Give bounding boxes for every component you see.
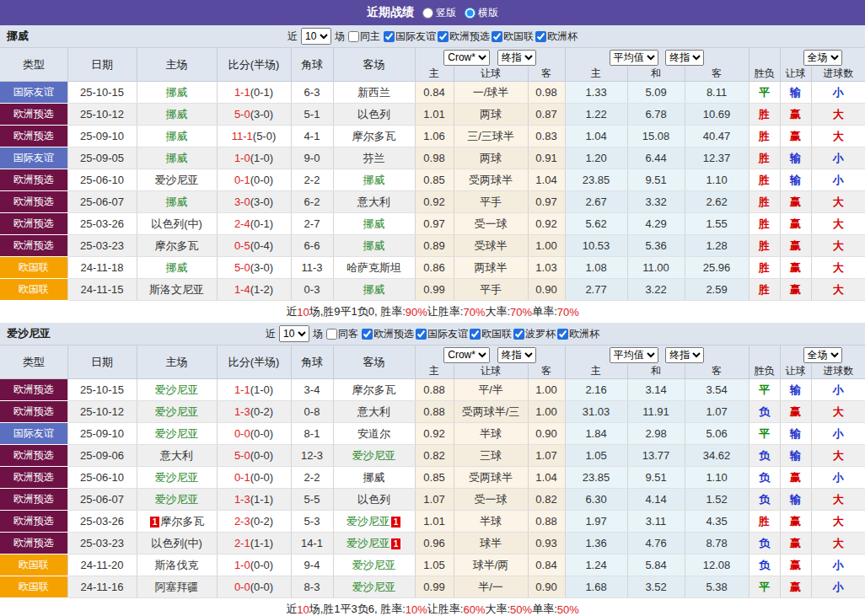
match-row: 欧国联24-11-20斯洛伐克1-0(0-0)9-4爱沙尼亚1.05球半/两0.…	[0, 554, 865, 576]
avg-home: 2.67	[585, 196, 606, 208]
competition-checkbox[interactable]	[535, 31, 546, 42]
competition-filter[interactable]: 国际友谊	[416, 327, 468, 341]
goals-result-cell: 大	[811, 489, 865, 511]
match-row: 欧洲预选25-03-23以色列(中)2-1(1-1)14-1爱沙尼亚10.96球…	[0, 533, 865, 554]
summary-segment: 近	[286, 602, 297, 616]
avg-away-cell: 12.37	[685, 147, 749, 169]
competition-checkbox[interactable]	[362, 329, 373, 340]
handicap: 平/半	[478, 383, 503, 396]
full-match-select[interactable]: 全场	[803, 50, 842, 66]
full-match-select[interactable]: 全场	[803, 347, 842, 363]
corner-cell: 6-6	[291, 235, 333, 257]
match-count-select[interactable]: 10	[279, 325, 309, 342]
competition-filter[interactable]: 欧国联	[470, 327, 512, 341]
avg-away-cell: 12.08	[685, 554, 749, 576]
odds-away-cell: 1.04	[528, 169, 565, 191]
match-type-badge: 欧洲预选	[0, 235, 67, 257]
col-corner: 角球	[291, 345, 333, 379]
final-odds-select-2[interactable]: 终指	[665, 347, 704, 363]
odds-home-cell: 1.05	[415, 554, 454, 576]
same-venue-checkbox[interactable]	[326, 329, 337, 340]
handicap: 两球半	[475, 261, 508, 274]
match-type-badge: 欧洲预选	[0, 511, 67, 533]
competition-checkbox[interactable]	[438, 31, 449, 42]
competition-checkbox[interactable]	[557, 329, 568, 340]
match-date-cell: 24-11-20	[67, 554, 137, 576]
bookmaker-select[interactable]: Crow*	[443, 50, 490, 66]
handicap-cell: 受两球半	[454, 169, 528, 191]
home-team-cell: 爱沙尼亚	[137, 489, 217, 511]
competition-checkbox[interactable]	[470, 329, 481, 340]
score-cell: 5-0(0-0)	[217, 445, 291, 467]
away-team-name: 挪威	[363, 174, 385, 186]
match-date-cell: 25-10-12	[67, 104, 137, 126]
match-date-cell: 25-10-15	[67, 379, 137, 401]
final-odds-select-2[interactable]: 终指	[665, 50, 704, 66]
competition-label: 欧洲预选	[449, 29, 490, 44]
avg-home: 1.97	[585, 515, 606, 528]
odds-away: 1.00	[535, 383, 556, 396]
match-count-select[interactable]: 10	[301, 28, 331, 45]
odds-away: 1.00	[535, 405, 556, 418]
competition-filter[interactable]: 欧洲预选	[438, 29, 490, 44]
final-odds-select-1[interactable]: 终指	[497, 347, 536, 363]
avg-home-cell: 1.84	[565, 423, 627, 445]
competition-filter[interactable]: 欧洲杯	[535, 29, 578, 44]
avg-draw: 3.14	[645, 383, 666, 396]
match-type-label: 欧洲预选	[13, 174, 54, 185]
corner-cell: 5-5	[291, 489, 333, 511]
average-select[interactable]: 平均值	[610, 347, 658, 363]
horizontal-layout-radio[interactable]	[465, 8, 475, 19]
bookmaker-select[interactable]: Crow*	[443, 347, 490, 363]
col-date: 日期	[67, 48, 137, 82]
competition-filter[interactable]: 波罗杯	[513, 327, 556, 341]
vertical-layout-radio[interactable]	[422, 8, 433, 19]
results-table-norway: 类型 日期 主场 比分(半场) 角球 客场 Crow* 终指 平均值 终指	[0, 48, 865, 301]
odds-away: 0.90	[535, 283, 556, 296]
match-type-badge: 欧国联	[0, 257, 67, 279]
layout-option-horizontal[interactable]: 横版	[465, 6, 498, 20]
competition-filter[interactable]: 欧洲预选	[362, 327, 414, 341]
competition-checkbox[interactable]	[492, 31, 502, 42]
odds-away: 0.84	[535, 559, 556, 571]
score-cell: 3-0(3-0)	[217, 191, 291, 213]
corner-cell: 9-0	[291, 147, 333, 169]
col-handicap-result: 让球	[780, 364, 811, 379]
home-team-cell: 以色列(中)	[137, 213, 217, 235]
handicap: 受两球半/三	[462, 405, 520, 418]
competition-checkbox[interactable]	[416, 329, 427, 340]
avg-away-cell: 1.55	[685, 213, 749, 235]
competition-filter[interactable]: 国际友谊	[384, 29, 436, 44]
competition-filter[interactable]: 欧洲杯	[557, 327, 599, 341]
col-handicap: 让球	[454, 364, 528, 379]
score-cell: 2-3(0-2)	[217, 511, 291, 533]
match-date-cell: 25-03-26	[67, 511, 137, 533]
result-cell: 胜	[749, 279, 780, 301]
away-team-cell: 摩尔多瓦	[333, 379, 415, 401]
average-select[interactable]: 平均值	[610, 50, 658, 66]
half-time-score: (0-0)	[250, 581, 273, 593]
same-venue-checkbox[interactable]	[348, 31, 359, 42]
half-time-score: (0-0)	[250, 559, 273, 571]
odds-away-cell: 0.93	[528, 533, 565, 554]
final-odds-select-1[interactable]: 终指	[497, 50, 536, 66]
layout-option-vertical[interactable]: 竖版	[422, 6, 456, 20]
same-venue-filter[interactable]: 同主	[348, 29, 380, 44]
match-date-cell: 25-10-12	[67, 401, 137, 423]
competition-checkbox[interactable]	[384, 31, 395, 42]
col-odds-home: 主	[415, 67, 454, 82]
competition-checkbox[interactable]	[513, 329, 524, 340]
match-date: 25-09-06	[80, 449, 124, 462]
col-score: 比分(半场)	[217, 48, 291, 82]
same-venue-filter[interactable]: 同客	[326, 327, 358, 341]
col-date: 日期	[67, 345, 137, 379]
avg-away: 5.06	[706, 427, 727, 440]
match-type-label: 欧洲预选	[13, 493, 54, 505]
handicap-result-cell: 赢	[780, 104, 811, 126]
competition-filter[interactable]: 欧国联	[492, 29, 534, 44]
corner-cell: 12-3	[291, 445, 333, 467]
odds-home: 0.82	[423, 449, 444, 462]
avg-draw-cell: 5.36	[627, 235, 685, 257]
filter-controls: 近 10 场 同客 欧洲预选国际友谊欧国联波罗杯欧洲杯	[266, 325, 599, 342]
result-cell: 负	[749, 489, 780, 511]
